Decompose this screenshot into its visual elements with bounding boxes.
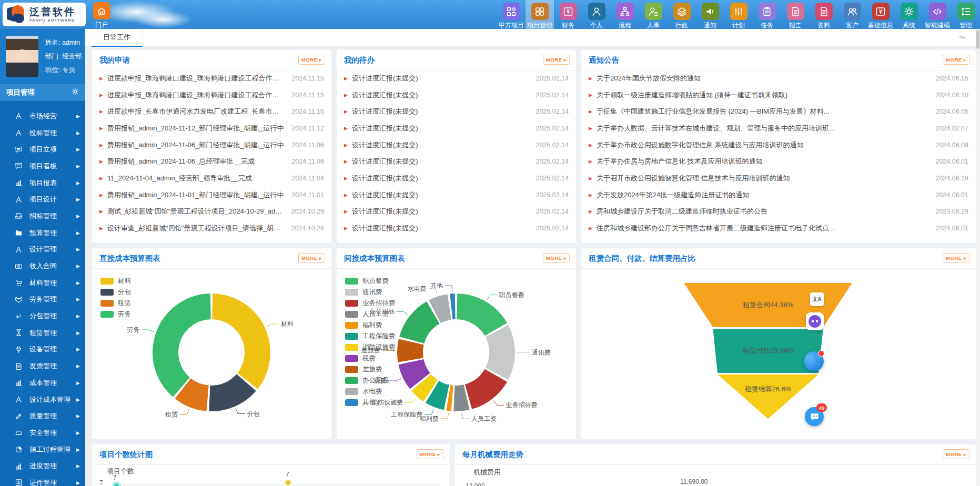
sidebar-item-招标管理[interactable]: 招标管理 ▶ [0,208,85,225]
topnav-item-个人[interactable]: 个人 [582,0,611,29]
list-item[interactable]: ▶ 关于2024年国庆节放假安排的通知 2024.06.15 [581,70,976,87]
list-item[interactable]: ▶ 房和城乡建设厅关于取消二级建造师临时执业证书的公告 2023.08.29 [581,204,976,220]
list-item[interactable]: ▶ 费用报销_admin_2024-11-06_部门经理审批_胡建,_运行中 2… [92,137,331,154]
list-item[interactable]: ▶ 设计进度汇报(未提交) 2025.02.14 [337,170,576,187]
sidebar-item-租赁管理[interactable]: 租赁管理 ▶ [0,325,85,341]
sidebar-item-项目设计[interactable]: 项目设计 ▶ [0,191,85,208]
topnav-item-智能建模[interactable]: 智能建模 [923,0,952,29]
more-button[interactable]: MORE ▸ [943,449,969,459]
sidebar-item-发票管理[interactable]: 发票管理 ▶ [0,358,85,374]
sidebar-item-收入合同[interactable]: 收入合同 ▶ [0,258,85,275]
list-item[interactable]: ▶ 住房和城乡建设部办公厅关于同意吉林省开展二级建造师注册证书电子化试点... … [581,220,976,237]
legend-item-工程保险费[interactable]: 工程保险费 [345,331,396,342]
topnav-item-报告[interactable]: 报告 [781,0,810,29]
topnav-item-通知[interactable]: 通知 [696,0,724,29]
list-item[interactable]: ▶ 关于举办市政公用设施数字化管理信息 系统建设与应用培训班的通知 2024.0… [581,137,976,154]
topnav-item-管理[interactable]: 管理 [952,0,980,29]
topnav-item-资料[interactable]: 资料 [810,0,838,29]
topnav-item-任务[interactable]: 任务 [753,0,781,29]
list-item[interactable]: ▶ 设计进度汇报(未提交) 2025.02.14 [337,87,576,104]
list-item[interactable]: ▶ 于征集《中国建筑施工行业信息化发展报告 (2024) —BIM应用与发展》材… [581,103,976,120]
list-item[interactable]: ▶ 费用报销_admin_2024-11-06_总经理审批__完成 2024.1… [92,153,331,170]
legend-item-劳务[interactable]: 劳务 [100,309,131,320]
legend-item-通讯费[interactable]: 通讯费 [345,287,396,298]
list-item[interactable]: ▶ 设计进度汇报(未提交) 2025.02.14 [337,204,576,220]
chat-button[interactable]: 45 [805,407,824,426]
topnav-item-财务[interactable]: ¥ 财务 [554,0,582,29]
more-button[interactable]: MORE ▸ [417,449,443,459]
sidebar-item-施工过程管理[interactable]: 施工过程管理 ▶ [0,441,85,458]
list-item[interactable]: ▶ 设计进度汇报(未提交) 2025.02.14 [337,187,576,204]
topnav-item-甲方项目[interactable]: 甲方项目 [497,0,526,29]
sidebar-item-劳务管理[interactable]: 劳务管理 ▶ [0,291,85,308]
topnav-item-基础信息[interactable]: ¥ 基础信息 [866,0,895,29]
more-button[interactable]: MORE ▸ [943,253,969,263]
sidebar-item-成本管理[interactable]: 成本管理 ▶ [0,374,85,391]
sidebar-item-证件管理[interactable]: 证件管理 ▶ [0,474,85,486]
legend-item-材料[interactable]: 材料 [100,276,131,287]
vertical-scrollbar[interactable] [976,29,980,486]
more-button[interactable]: MORE ▸ [943,55,969,65]
legend-item-人员工资[interactable]: 人员工资 [345,309,396,320]
sidebar-item-材料管理[interactable]: 材料管理 ▶ [0,275,85,291]
legend-item-业务招待费[interactable]: 业务招待费 [345,298,396,309]
list-item[interactable]: ▶ 设计进度汇报(未提交) 2025.02.14 [337,120,576,137]
sidebar-item-项目报表[interactable]: 项目报表 ▶ [0,175,85,191]
sidebar-item-设计管理[interactable]: 设计管理 ▶ [0,241,85,258]
sidebar-item-质量管理[interactable]: 质量管理 ▶ [0,408,85,424]
list-item[interactable]: ▶ 关于召开市政公用设施智慧化管理 信息技术与应用培训班的通知 2024.06.… [581,170,976,187]
more-button[interactable]: MORE ▸ [543,253,570,263]
legend-item-差旅费[interactable]: 差旅费 [345,364,396,375]
legend-item-其他[interactable]: 其他 [345,397,396,408]
topnav-item-行政[interactable]: 行政 [668,0,696,29]
topnav-item-人事[interactable]: 人事 [639,0,668,29]
list-item[interactable]: ▶ 进度款申报_长春市伊通河水力发电厂改建工程_长春市伊通河水力发电... 20… [92,103,331,120]
sidebar-item-项目看板[interactable]: 项目看板 ▶ [0,158,85,175]
list-item[interactable]: ▶ 进度款申报_珠海鹤港口建设_珠海鹤港口建设工程合作协议书_admin_...… [92,87,331,104]
list-item[interactable]: ▶ 测试_彭祖新城“四馆”景观工程设计项目_2024-10-29_admin_结… [92,204,331,220]
sidebar-item-设计成本管理[interactable]: 设计成本管理 ▶ [0,391,85,408]
topnav-item-项目管理[interactable]: 项目管理 [526,0,554,29]
list-item[interactable]: ▶ 设计进度汇报(未提交) 2025.02.14 [337,220,576,237]
list-item[interactable]: ▶ 11_2024-11-04_admin_经营部_领导审批__完成 2024.… [92,170,331,187]
translate-button[interactable]: 文A [810,292,824,306]
sidebar-item-安全管理[interactable]: 安全管理 ▶ [0,424,85,441]
service-ball-button[interactable] [804,351,824,371]
sidebar-item-市场经营[interactable]: 市场经营 ▶ [0,108,85,125]
topnav-item-流程[interactable]: 流程 [611,0,639,29]
legend-item-职员餐费[interactable]: 职员餐费 [345,276,396,287]
legend-item-水电费[interactable]: 水电费 [345,386,396,397]
list-item[interactable]: ▶ 进度款申报_珠海鹤港口建设_珠海鹤港口建设工程合作协议书_admin_...… [92,70,331,87]
list-item[interactable]: ▶ 设计进度汇报(未提交) 2025.02.14 [337,137,576,154]
sidebar-item-设备管理[interactable]: 设备管理 ▶ [0,341,85,358]
sidebar-item-预算管理[interactable]: 预算管理 ▶ [0,225,85,241]
gear-icon[interactable] [72,88,79,97]
legend-item-福利费[interactable]: 福利费 [345,320,396,331]
assistant-button[interactable] [806,312,824,330]
legend-item-消防设施费[interactable]: 消防设施费 [345,342,396,353]
topnav-item-客户[interactable]: 客户 [838,0,866,29]
legend-item-办公用品[interactable]: 办公用品 [345,375,396,386]
list-item[interactable]: ▶ 关于领取一级注册建造师增项贴的通知 (须持一建证书前来领取) 2024.06… [581,87,976,104]
sidebar-item-投标管理[interactable]: 投标管理 ▶ [0,125,85,141]
legend-item-分包[interactable]: 分包 [100,287,131,298]
key-icon[interactable] [958,33,966,43]
sidebar-item-分包管理[interactable]: x2 分包管理 ▶ [0,308,85,325]
list-item[interactable]: ▶ 关于举办住房与房地产信息化 技术及应用培训班的通知 2024.06.01 [581,153,976,170]
legend-item-租赁[interactable]: 租赁 [100,298,131,309]
sidebar-item-进度管理[interactable]: 进度管理 ▶ [0,458,85,474]
list-item[interactable]: ▶ 费用报销_admin_2024-11-01_部门经理审批_胡建,_运行中 2… [92,187,331,204]
list-item[interactable]: ▶ 关于举办大数据、云计算技术在城市建设、规划、管理与服务中的应用培训班... … [581,120,976,137]
sidebar-item-项目立项[interactable]: 项目立项 ▶ [0,141,85,158]
list-item[interactable]: ▶ 设计进度汇报(未提交) 2025.02.14 [337,153,576,170]
list-item[interactable]: ▶ 设计进度汇报(未提交) 2025.02.14 [337,70,576,87]
sidebar-section-header[interactable]: 项目管理 [0,84,85,101]
more-button[interactable]: MORE ▸ [543,55,570,65]
list-item[interactable]: ▶ 设计进度汇报(未提交) 2025.02.14 [337,103,576,120]
scrollbar-thumb[interactable] [976,30,979,49]
tab-daily-work[interactable]: 日常工作 [92,29,143,47]
more-button[interactable]: MORE ▸ [298,55,325,65]
portal-button[interactable]: 门户 [88,2,115,29]
topnav-item-计划[interactable]: 计划 [724,0,753,29]
list-item[interactable]: ▶ 设计审查_彭祖新城“四馆”景观工程设计项目_请选择_胡广生_2024-10-… [92,220,331,237]
